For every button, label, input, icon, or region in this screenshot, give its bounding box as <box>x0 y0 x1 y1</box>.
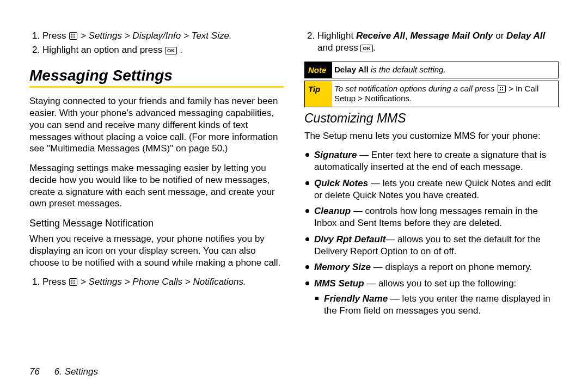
right-step-2: Highlight Receive All, Message Mail Only… <box>317 30 559 54</box>
list-item: Signature — Enter text here to create a … <box>304 149 559 173</box>
tip-gt: > <box>506 84 516 93</box>
right-column: Highlight Receive All, Message Mail Only… <box>304 30 559 321</box>
subheading-notification: Setting Message Notification <box>29 217 284 230</box>
item-name: Friendly Name <box>324 293 388 304</box>
left-column: Press > Settings > Display/Info > Text S… <box>29 30 284 321</box>
para-1: Staying connected to your friends and fa… <box>29 95 284 155</box>
r2-opt1: Receive All <box>356 30 405 41</box>
note-label: Note <box>305 62 332 78</box>
r2-mid: and press <box>317 42 360 53</box>
subheading-customizing-mms: Customizing MMS <box>304 111 559 126</box>
step-2: Highlight an option and press OK . <box>42 44 284 56</box>
page-footer: 76 6. Settings <box>29 366 98 378</box>
tip-body: To set notification options during a cal… <box>332 81 558 107</box>
note-bold: Delay All <box>334 65 369 74</box>
notification-steps: Press > Settings > Phone Calls > Notific… <box>29 276 284 288</box>
r2-opt2: Message Mail Only <box>410 30 493 41</box>
item-name: MMS Setup <box>314 278 364 289</box>
note-body: Delay All is the default setting. <box>332 62 450 78</box>
section-heading: Messaging Settings <box>29 66 284 85</box>
r2-pre: Highlight <box>317 30 356 41</box>
tip-label: Tip <box>305 81 332 107</box>
item-name: Memory Size <box>314 262 371 272</box>
chapter-label: 6. Settings <box>54 366 98 377</box>
step-2-pre: Highlight an option and press <box>42 45 165 55</box>
note-box: Note Delay All is the default setting. <box>304 62 559 78</box>
list-item: Memory Size — displays a report on phone… <box>304 261 559 273</box>
para-3: When you receive a message, your phone n… <box>29 233 284 268</box>
menu-icon <box>498 85 506 93</box>
step-1-path: > Settings > Display/Info > Text Size. <box>81 30 232 41</box>
item-desc: displays a report on phone memory. <box>385 262 532 272</box>
ok-icon: OK <box>165 47 177 54</box>
item-name: Quick Notes <box>314 178 368 188</box>
page: Press > Settings > Display/Info > Text S… <box>0 0 588 392</box>
r2-opt3: Delay All <box>506 30 545 41</box>
r2-sep2: or <box>493 30 507 41</box>
list-item: MMS Setup — allows you to set up the fol… <box>304 278 559 316</box>
columns: Press > Settings > Display/Info > Text S… <box>29 30 559 321</box>
mms-options-list: Signature — Enter text here to create a … <box>304 149 559 316</box>
notif-step-1-path: > Settings > Phone Calls > Notifications… <box>81 277 246 287</box>
list-item: Friendly Name — lets you enter the name … <box>314 293 559 317</box>
list-item: Cleanup — controls how long messages rem… <box>304 205 559 229</box>
step-2-post: . <box>180 45 182 55</box>
right-para-1: The Setup menu lets you customize MMS fo… <box>304 130 559 142</box>
tip-text-1: To set notification options during a cal… <box>334 84 497 93</box>
item-desc: allows you to set up the following: <box>378 278 516 289</box>
section-rule <box>29 86 284 88</box>
item-name: Dlvy Rpt Default <box>314 234 385 244</box>
ok-icon: OK <box>360 45 373 52</box>
step-1: Press > Settings > Display/Info > Text S… <box>42 30 284 42</box>
item-name: Cleanup <box>314 206 351 216</box>
notif-step-1: Press > Settings > Phone Calls > Notific… <box>42 276 284 288</box>
page-number: 76 <box>29 366 40 377</box>
list-item: Dlvy Rpt Default— allows you to set the … <box>304 234 559 258</box>
note-rest: is the default setting. <box>369 65 446 74</box>
notif-step-1-pre: Press <box>42 277 69 287</box>
menu-icon <box>69 32 77 40</box>
menu-icon <box>69 278 77 286</box>
r2-sep1: , <box>405 30 410 41</box>
tip-box: Tip To set notification options during a… <box>304 81 559 108</box>
right-steps: Highlight Receive All, Message Mail Only… <box>304 30 559 54</box>
text-size-steps: Press > Settings > Display/Info > Text S… <box>29 30 284 56</box>
list-item: Quick Notes — lets you create new Quick … <box>304 177 559 201</box>
step-1-pre: Press <box>42 30 69 41</box>
para-2: Messaging settings make messaging easier… <box>29 162 284 210</box>
r2-post: . <box>373 42 376 53</box>
item-name: Signature <box>314 150 357 160</box>
